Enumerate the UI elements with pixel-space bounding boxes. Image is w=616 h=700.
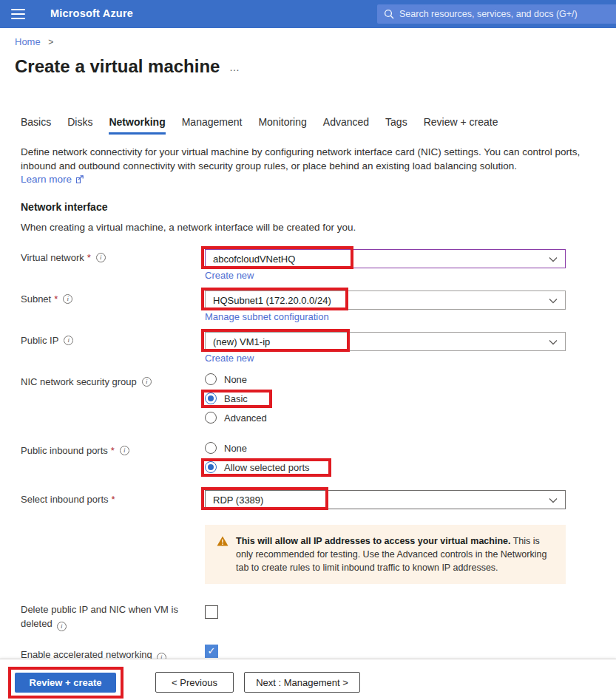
inbound-option-none[interactable]: None bbox=[205, 442, 247, 454]
public-ip-create-new-link[interactable]: Create new bbox=[205, 353, 254, 364]
more-options-icon[interactable]: … bbox=[229, 61, 240, 73]
inbound-option-allow-selected-ports[interactable]: Allow selected ports bbox=[205, 461, 310, 473]
breadcrumb-home-link[interactable]: Home bbox=[15, 36, 41, 47]
virtual-network-create-new-link[interactable]: Create new bbox=[205, 270, 254, 281]
breadcrumb-separator-icon: > bbox=[48, 37, 53, 47]
nic-nsg-option-basic[interactable]: Basic bbox=[205, 393, 248, 404]
info-icon[interactable] bbox=[157, 653, 166, 659]
info-icon[interactable] bbox=[142, 377, 152, 387]
nic-nsg-option-none[interactable]: None bbox=[205, 373, 247, 385]
warning-text-bold: This will allow all IP addresses to acce… bbox=[236, 536, 510, 546]
info-icon[interactable] bbox=[63, 294, 72, 304]
chevron-down-icon bbox=[549, 339, 558, 345]
virtual-network-label: Virtual network * bbox=[21, 252, 106, 263]
delete-public-ip-checkbox[interactable] bbox=[205, 605, 218, 619]
info-icon[interactable] bbox=[64, 336, 73, 345]
brand-title[interactable]: Microsoft Azure bbox=[50, 7, 133, 19]
info-icon[interactable] bbox=[120, 446, 129, 455]
required-asterisk: * bbox=[111, 445, 115, 456]
radio-selected-icon[interactable] bbox=[205, 393, 217, 404]
select-inbound-ports-value: RDP (3389) bbox=[213, 495, 263, 506]
select-inbound-ports-label: Select inbound ports * bbox=[21, 494, 115, 505]
top-bar: Microsoft Azure bbox=[0, 0, 616, 28]
warning-icon bbox=[217, 536, 229, 546]
warning-text: This will allow all IP addresses to acce… bbox=[236, 534, 554, 584]
subnet-dropdown[interactable]: HQSubnet1 (172.20.0.0/24) bbox=[205, 290, 566, 310]
required-asterisk: * bbox=[54, 293, 58, 305]
radio-selected-icon[interactable] bbox=[205, 461, 217, 473]
tab-management[interactable]: Management bbox=[182, 116, 243, 135]
nic-nsg-option-advanced[interactable]: Advanced bbox=[205, 412, 267, 424]
manage-subnet-configuration-link[interactable]: Manage subnet configuration bbox=[205, 311, 329, 322]
virtual-network-dropdown[interactable]: abcofcloudVNetHQ bbox=[205, 249, 566, 268]
public-inbound-ports-label: Public inbound ports * bbox=[21, 445, 129, 456]
tab-advanced[interactable]: Advanced bbox=[323, 116, 369, 135]
next-management-button[interactable]: Next : Management > bbox=[244, 672, 360, 693]
info-icon[interactable] bbox=[57, 622, 67, 631]
breadcrumb: Home > bbox=[15, 36, 53, 47]
radio-icon[interactable] bbox=[205, 442, 217, 454]
info-icon[interactable] bbox=[96, 253, 106, 262]
tab-basics[interactable]: Basics bbox=[21, 116, 51, 135]
tab-disks[interactable]: Disks bbox=[67, 116, 92, 135]
external-link-icon bbox=[75, 175, 84, 184]
select-inbound-ports-dropdown[interactable]: RDP (3389) bbox=[205, 490, 566, 509]
section-heading: Network interface bbox=[21, 201, 107, 213]
radio-icon[interactable] bbox=[205, 412, 217, 424]
global-search[interactable] bbox=[377, 4, 616, 24]
chevron-down-icon bbox=[549, 497, 558, 503]
tab-tags[interactable]: Tags bbox=[385, 116, 407, 135]
subnet-label: Subnet * bbox=[21, 293, 72, 305]
wizard-tabs: Basics Disks Networking Management Monit… bbox=[21, 116, 514, 135]
warning-banner: This will allow all IP addresses to acce… bbox=[205, 525, 566, 584]
nic-nsg-label: NIC network security group bbox=[21, 376, 152, 387]
subnet-value: HQSubnet1 (172.20.0.0/24) bbox=[213, 295, 331, 306]
tab-description: Define network connectivity for your vir… bbox=[21, 145, 596, 173]
chevron-down-icon bbox=[549, 256, 558, 262]
hamburger-menu-icon[interactable] bbox=[11, 9, 25, 19]
tab-networking[interactable]: Networking bbox=[109, 116, 165, 135]
required-asterisk: * bbox=[112, 494, 115, 505]
accelerated-networking-label: Enable accelerated networking bbox=[21, 648, 198, 659]
search-icon bbox=[384, 9, 394, 19]
chevron-down-icon bbox=[549, 298, 558, 304]
delete-public-ip-label: Delete public IP and NIC when VM is dele… bbox=[21, 602, 198, 631]
accelerated-networking-checkbox[interactable] bbox=[205, 645, 218, 658]
page-title: Create a virtual machine bbox=[15, 56, 220, 77]
radio-icon[interactable] bbox=[205, 373, 217, 385]
public-ip-label: Public IP bbox=[21, 335, 73, 346]
required-asterisk: * bbox=[87, 252, 91, 263]
review-create-button[interactable]: Review + create bbox=[15, 673, 116, 693]
clipped-row: Enable accelerated networking bbox=[0, 636, 616, 659]
search-input[interactable] bbox=[399, 9, 615, 19]
public-ip-value: (new) VM1-ip bbox=[213, 336, 270, 347]
previous-button[interactable]: < Previous bbox=[155, 672, 234, 693]
virtual-network-value: abcofcloudVNetHQ bbox=[213, 254, 295, 265]
azure-portal-window: Microsoft Azure Home > Create a virtual … bbox=[0, 0, 616, 700]
section-subtext: When creating a virtual machine, a netwo… bbox=[21, 222, 356, 233]
tab-review-create[interactable]: Review + create bbox=[424, 116, 498, 135]
learn-more-link[interactable]: Learn more bbox=[21, 174, 84, 185]
wizard-footer: Review + create < Previous Next : Manage… bbox=[0, 659, 616, 700]
tab-monitoring[interactable]: Monitoring bbox=[258, 116, 306, 135]
public-ip-dropdown[interactable]: (new) VM1-ip bbox=[205, 332, 566, 351]
learn-more-label: Learn more bbox=[21, 174, 72, 185]
